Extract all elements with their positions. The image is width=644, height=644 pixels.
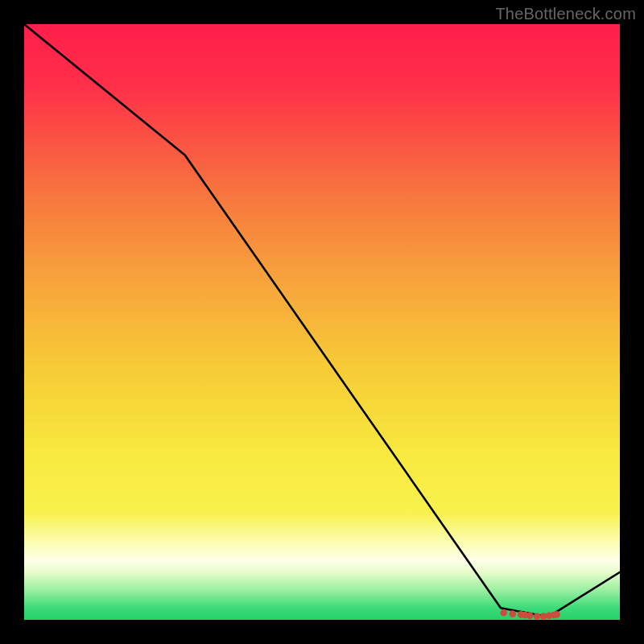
attribution-text: TheBottleneck.com <box>495 5 636 23</box>
plot-area <box>24 24 620 620</box>
data-marker <box>510 610 517 617</box>
chart-canvas: TheBottleneck.com <box>0 0 644 644</box>
data-marker <box>553 611 560 618</box>
chart-curve <box>24 24 620 620</box>
data-marker <box>526 613 534 620</box>
data-marker <box>500 609 507 617</box>
data-marker <box>534 613 541 620</box>
